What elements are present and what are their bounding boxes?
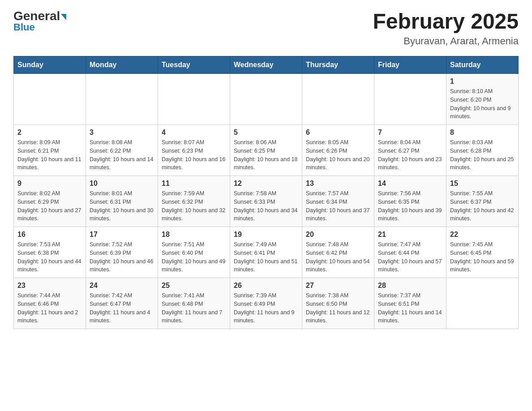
calendar-week-row: 1Sunrise: 8:10 AMSunset: 6:20 PMDaylight… [14,74,519,125]
day-info: Sunrise: 7:59 AMSunset: 6:32 PMDaylight:… [162,189,226,223]
calendar-week-row: 9Sunrise: 8:02 AMSunset: 6:29 PMDaylight… [14,176,519,227]
calendar-cell [158,74,230,125]
calendar-cell: 19Sunrise: 7:49 AMSunset: 6:41 PMDayligh… [230,227,302,278]
calendar-week-row: 2Sunrise: 8:09 AMSunset: 6:21 PMDaylight… [14,125,519,176]
day-info: Sunrise: 7:37 AMSunset: 6:51 PMDaylight:… [378,291,442,325]
calendar-subtitle: Byuravan, Ararat, Armenia [373,35,519,47]
calendar-cell: 15Sunrise: 7:55 AMSunset: 6:37 PMDayligh… [446,176,519,227]
calendar-cell: 8Sunrise: 8:03 AMSunset: 6:28 PMDaylight… [446,125,519,176]
day-number: 1 [450,77,515,86]
day-number: 16 [17,231,82,239]
day-number: 2 [17,128,82,137]
day-info: Sunrise: 7:48 AMSunset: 6:42 PMDaylight:… [306,240,370,274]
logo-blue: Blue [13,21,35,33]
calendar-header: Sunday Monday Tuesday Wednesday Thursday… [14,56,519,74]
calendar-cell: 27Sunrise: 7:38 AMSunset: 6:50 PMDayligh… [302,278,374,329]
day-info: Sunrise: 8:06 AMSunset: 6:25 PMDaylight:… [234,138,298,172]
day-number: 9 [17,180,82,188]
day-number: 22 [450,231,515,239]
day-info: Sunrise: 7:58 AMSunset: 6:33 PMDaylight:… [234,189,298,223]
day-info: Sunrise: 8:09 AMSunset: 6:21 PMDaylight:… [17,138,82,172]
calendar-week-row: 23Sunrise: 7:44 AMSunset: 6:46 PMDayligh… [14,278,519,329]
calendar-cell: 13Sunrise: 7:57 AMSunset: 6:34 PMDayligh… [302,176,374,227]
calendar-week-row: 16Sunrise: 7:53 AMSunset: 6:38 PMDayligh… [14,227,519,278]
day-number: 26 [234,282,298,290]
day-number: 24 [90,282,154,290]
day-info: Sunrise: 7:44 AMSunset: 6:46 PMDaylight:… [17,291,82,325]
day-info: Sunrise: 7:53 AMSunset: 6:38 PMDaylight:… [17,240,82,274]
day-info: Sunrise: 8:03 AMSunset: 6:28 PMDaylight:… [450,138,515,172]
day-info: Sunrise: 7:45 AMSunset: 6:45 PMDaylight:… [450,240,515,274]
day-info: Sunrise: 8:08 AMSunset: 6:22 PMDaylight:… [90,138,154,172]
calendar-body: 1Sunrise: 8:10 AMSunset: 6:20 PMDaylight… [14,74,519,329]
calendar-cell [230,74,302,125]
day-info: Sunrise: 7:38 AMSunset: 6:50 PMDaylight:… [306,291,370,325]
calendar-cell: 3Sunrise: 8:08 AMSunset: 6:22 PMDaylight… [86,125,158,176]
logo: General Blue [13,9,66,33]
day-info: Sunrise: 8:01 AMSunset: 6:31 PMDaylight:… [90,189,154,223]
calendar-cell: 2Sunrise: 8:09 AMSunset: 6:21 PMDaylight… [14,125,86,176]
day-number: 4 [162,128,226,137]
day-info: Sunrise: 7:41 AMSunset: 6:48 PMDaylight:… [162,291,226,325]
day-number: 21 [378,231,442,239]
day-number: 3 [90,128,154,137]
calendar-cell [86,74,158,125]
calendar-cell: 1Sunrise: 8:10 AMSunset: 6:20 PMDaylight… [446,74,519,125]
day-info: Sunrise: 8:07 AMSunset: 6:23 PMDaylight:… [162,138,226,172]
logo-triangle-icon [61,14,66,20]
calendar-cell: 26Sunrise: 7:39 AMSunset: 6:49 PMDayligh… [230,278,302,329]
day-number: 28 [378,282,442,290]
day-info: Sunrise: 7:57 AMSunset: 6:34 PMDaylight:… [306,189,370,223]
col-wednesday: Wednesday [230,56,302,74]
day-info: Sunrise: 7:42 AMSunset: 6:47 PMDaylight:… [90,291,154,325]
day-number: 7 [378,128,442,137]
day-info: Sunrise: 8:04 AMSunset: 6:27 PMDaylight:… [378,138,442,172]
day-number: 12 [234,180,298,188]
col-saturday: Saturday [446,56,519,74]
calendar-table: Sunday Monday Tuesday Wednesday Thursday… [13,56,519,329]
day-info: Sunrise: 7:51 AMSunset: 6:40 PMDaylight:… [162,240,226,274]
calendar-cell: 12Sunrise: 7:58 AMSunset: 6:33 PMDayligh… [230,176,302,227]
day-info: Sunrise: 7:55 AMSunset: 6:37 PMDaylight:… [450,189,515,223]
calendar-cell: 11Sunrise: 7:59 AMSunset: 6:32 PMDayligh… [158,176,230,227]
col-thursday: Thursday [302,56,374,74]
calendar-cell: 23Sunrise: 7:44 AMSunset: 6:46 PMDayligh… [14,278,86,329]
day-info: Sunrise: 7:39 AMSunset: 6:49 PMDaylight:… [234,291,298,325]
title-area: February 2025 Byuravan, Ararat, Armenia [373,9,519,47]
calendar-cell: 18Sunrise: 7:51 AMSunset: 6:40 PMDayligh… [158,227,230,278]
calendar-cell [446,278,519,329]
calendar-cell [302,74,374,125]
calendar-cell: 24Sunrise: 7:42 AMSunset: 6:47 PMDayligh… [86,278,158,329]
calendar-title: February 2025 [373,9,519,34]
day-info: Sunrise: 8:02 AMSunset: 6:29 PMDaylight:… [17,189,82,223]
day-number: 5 [234,128,298,137]
day-number: 27 [306,282,370,290]
calendar-cell: 16Sunrise: 7:53 AMSunset: 6:38 PMDayligh… [14,227,86,278]
page-header: General Blue February 2025 Byuravan, Ara… [13,9,519,47]
col-monday: Monday [86,56,158,74]
calendar-cell: 10Sunrise: 8:01 AMSunset: 6:31 PMDayligh… [86,176,158,227]
day-number: 17 [90,231,154,239]
day-number: 18 [162,231,226,239]
day-info: Sunrise: 8:10 AMSunset: 6:20 PMDaylight:… [450,87,515,121]
calendar-cell: 9Sunrise: 8:02 AMSunset: 6:29 PMDaylight… [14,176,86,227]
calendar-cell: 17Sunrise: 7:52 AMSunset: 6:39 PMDayligh… [86,227,158,278]
calendar-cell [374,74,446,125]
calendar-cell: 7Sunrise: 8:04 AMSunset: 6:27 PMDaylight… [374,125,446,176]
calendar-cell: 20Sunrise: 7:48 AMSunset: 6:42 PMDayligh… [302,227,374,278]
day-number: 25 [162,282,226,290]
col-friday: Friday [374,56,446,74]
day-number: 8 [450,128,515,137]
day-info: Sunrise: 8:05 AMSunset: 6:26 PMDaylight:… [306,138,370,172]
day-number: 10 [90,180,154,188]
calendar-cell: 21Sunrise: 7:47 AMSunset: 6:44 PMDayligh… [374,227,446,278]
day-number: 23 [17,282,82,290]
calendar-cell [14,74,86,125]
day-info: Sunrise: 7:56 AMSunset: 6:35 PMDaylight:… [378,189,442,223]
calendar-cell: 25Sunrise: 7:41 AMSunset: 6:48 PMDayligh… [158,278,230,329]
day-number: 19 [234,231,298,239]
day-number: 6 [306,128,370,137]
day-info: Sunrise: 7:47 AMSunset: 6:44 PMDaylight:… [378,240,442,274]
col-sunday: Sunday [14,56,86,74]
calendar-cell: 4Sunrise: 8:07 AMSunset: 6:23 PMDaylight… [158,125,230,176]
